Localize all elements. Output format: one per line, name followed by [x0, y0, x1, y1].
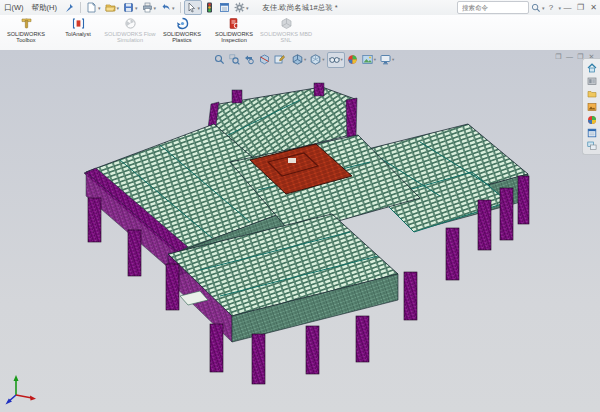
- help-button[interactable]: ?: [544, 0, 557, 15]
- annotation-views-button[interactable]: [272, 52, 287, 68]
- doc-minimize-button[interactable]: —: [564, 51, 575, 63]
- dropdown-caret: ▾: [117, 5, 120, 11]
- new-file-icon: [86, 2, 97, 13]
- display-style-icon: [310, 54, 321, 65]
- design-library-icon: [587, 76, 597, 86]
- ribbon-button-label: SOLIDWORKS Toolbox: [0, 31, 52, 43]
- section-view-button[interactable]: [257, 52, 272, 68]
- apply-scene-button[interactable]: ▾: [360, 52, 378, 68]
- save-icon: [123, 2, 134, 13]
- ribbon-button-label: TolAnalyst: [65, 31, 91, 37]
- print-button[interactable]: ▾: [140, 0, 159, 15]
- rebuild-traffic-light-icon: [204, 2, 215, 13]
- mbd-icon: [280, 17, 293, 30]
- ribbon-button-label: SOLIDWORKS Plastics: [156, 31, 208, 43]
- solidworks-resources-icon: [587, 141, 597, 151]
- task-pane-custom-properties-tab[interactable]: [585, 127, 598, 139]
- task-pane-file-explorer-tab[interactable]: [585, 88, 598, 100]
- inspection-icon: [228, 17, 241, 30]
- view-orientation-icon: [292, 54, 303, 65]
- options-gear-icon: [234, 2, 245, 13]
- task-pane-design-library-tab[interactable]: [585, 75, 598, 87]
- ribbon-button-label: SOLIDWORKS Flow Simulation: [104, 31, 156, 43]
- hide-show-items-icon: [329, 54, 340, 65]
- task-pane-tabs: [582, 58, 600, 155]
- solidworks-inspection-button[interactable]: SOLIDWORKS Inspection: [208, 16, 260, 48]
- display-style-button[interactable]: ▾: [308, 52, 326, 68]
- undo-button[interactable]: ▾: [158, 0, 177, 15]
- dropdown-caret: ▾: [98, 5, 101, 11]
- dropdown-caret: ▾: [374, 57, 376, 62]
- appearances-icon: [587, 115, 597, 125]
- pin-menu-icon[interactable]: [64, 3, 74, 13]
- view-settings-icon: [380, 54, 391, 65]
- dropdown-caret: ▾: [154, 5, 157, 11]
- solidworks-flow-simulation-button[interactable]: SOLIDWORKS Flow Simulation: [104, 16, 156, 48]
- file-properties-button[interactable]: [217, 0, 232, 15]
- save-button[interactable]: ▾: [121, 0, 140, 15]
- zoom-to-area-button[interactable]: [227, 52, 242, 68]
- search-box[interactable]: [457, 1, 529, 14]
- dropdown-caret: ▾: [304, 57, 306, 62]
- toolbox-icon: [20, 17, 33, 30]
- solidworks-window: 口(W) 帮助(H) ▾ ▾ ▾: [0, 0, 600, 412]
- doc-window-icon: ❐: [553, 51, 564, 63]
- tolanalyst-icon: [72, 17, 85, 30]
- heads-up-view-toolbar: ▾ ▾ ▾: [212, 52, 396, 67]
- restore-button[interactable]: ❐: [574, 0, 587, 15]
- open-button[interactable]: ▾: [103, 0, 122, 15]
- hide-show-items-button[interactable]: ▾: [327, 52, 345, 68]
- dropdown-caret: ▾: [341, 57, 343, 62]
- open-icon: [105, 2, 116, 13]
- solidworks-toolbox-button[interactable]: SOLIDWORKS Toolbox: [0, 16, 52, 48]
- view-palette-icon: [587, 102, 597, 112]
- dropdown-caret: ▾: [392, 57, 394, 62]
- minimize-button[interactable]: —: [561, 0, 574, 15]
- tolanalyst-button[interactable]: TolAnalyst: [52, 16, 104, 48]
- menu-help[interactable]: 帮助(H): [28, 3, 61, 13]
- coordinate-triad: [4, 374, 40, 406]
- search-input[interactable]: [460, 3, 526, 12]
- view-settings-button[interactable]: ▾: [378, 52, 396, 68]
- edit-appearance-button[interactable]: [345, 52, 360, 68]
- task-pane-view-palette-tab[interactable]: [585, 101, 598, 113]
- solidworks-mbd-snl-button[interactable]: SOLIDWORKS MBD SNL: [260, 16, 312, 48]
- solidworks-plastics-button[interactable]: SOLIDWORKS Plastics: [156, 16, 208, 48]
- dropdown-caret: ▾: [246, 5, 249, 11]
- zoom-to-fit-icon: [214, 54, 225, 65]
- flow-simulation-icon: [124, 17, 137, 30]
- search-icon[interactable]: [531, 3, 541, 13]
- graphics-area[interactable]: ▾ ▾ ▾: [0, 50, 600, 412]
- select-cursor-icon: [186, 2, 197, 13]
- rebuild-button[interactable]: [202, 0, 217, 15]
- new-file-button[interactable]: ▾: [84, 0, 103, 15]
- task-pane-solidworks-resources-tab[interactable]: [585, 140, 598, 152]
- zoom-to-fit-button[interactable]: [212, 52, 227, 68]
- custom-properties-icon: [587, 128, 597, 138]
- title-bar: 口(W) 帮助(H) ▾ ▾ ▾: [0, 0, 600, 15]
- zoom-to-area-icon: [229, 54, 240, 65]
- ribbon-button-label: SOLIDWORKS Inspection: [208, 31, 260, 43]
- dropdown-caret: ▾: [135, 5, 138, 11]
- close-button[interactable]: ✕: [587, 0, 600, 15]
- select-tool-button[interactable]: ▾: [184, 0, 203, 15]
- file-explorer-folder-icon: [587, 89, 597, 99]
- home-icon: [587, 63, 597, 73]
- command-manager-ribbon: SOLIDWORKS Toolbox TolAnalyst SOLIDWORKS…: [0, 15, 600, 51]
- plastics-icon: [176, 17, 189, 30]
- menu-window[interactable]: 口(W): [0, 3, 28, 13]
- apply-scene-icon: [362, 54, 373, 65]
- ribbon-button-label: SOLIDWORKS MBD SNL: [260, 31, 312, 43]
- options-button[interactable]: ▾: [232, 0, 251, 15]
- dropdown-caret: ▾: [198, 5, 201, 11]
- view-orientation-button[interactable]: ▾: [290, 52, 308, 68]
- edit-appearance-icon: [347, 54, 358, 65]
- assembly-model-3d[interactable]: [0, 50, 600, 412]
- previous-view-button[interactable]: [242, 52, 257, 68]
- task-pane-appearances-tab[interactable]: [585, 114, 598, 126]
- previous-view-icon: [244, 54, 255, 65]
- section-view-icon: [259, 54, 270, 65]
- dropdown-caret: ▾: [322, 57, 324, 62]
- task-pane-home-tab[interactable]: [585, 62, 598, 74]
- file-properties-icon: [219, 2, 230, 13]
